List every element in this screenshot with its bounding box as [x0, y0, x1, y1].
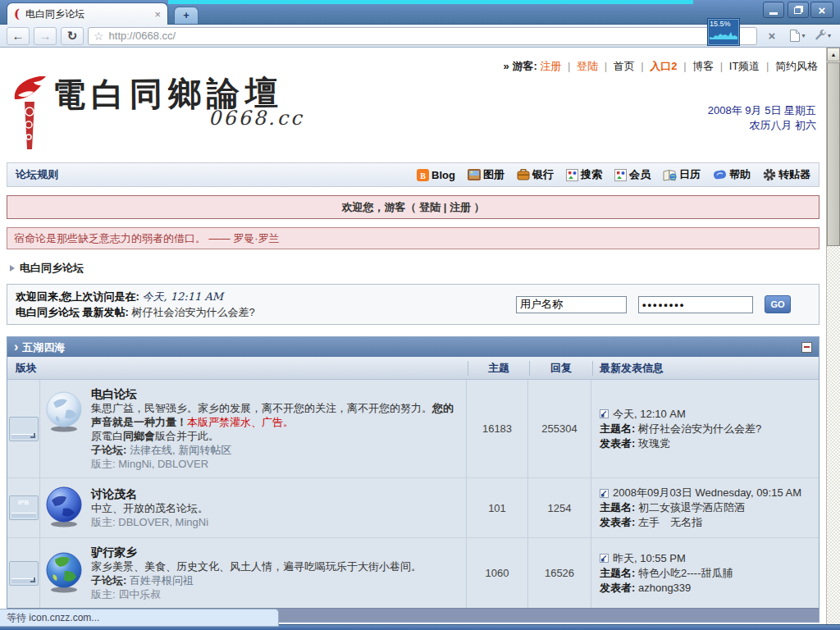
menu-label: 转贴器 — [778, 167, 810, 182]
password-input[interactable] — [638, 296, 753, 313]
login-link[interactable]: 登陆 — [577, 60, 598, 72]
poster-label: 发表者: — [600, 582, 635, 594]
home-link[interactable]: 首页 — [614, 60, 635, 72]
menu-label: 日历 — [679, 167, 701, 182]
blog-link[interactable]: 博客 — [692, 60, 714, 72]
category-title-link[interactable]: 五湖四海 — [22, 341, 65, 354]
replies-count: 1254 — [528, 478, 591, 537]
welcome-text: 欢迎您，游客（ — [341, 201, 419, 213]
back-button[interactable]: ← — [7, 27, 30, 45]
last-poster-link[interactable]: 玫瑰党 — [638, 437, 670, 450]
svg-text:B: B — [420, 171, 426, 180]
board-desc-warning: 本版严禁灌水、广告。 — [187, 416, 294, 428]
topics-count: 16183 — [467, 380, 528, 477]
chevron-down-icon: ▾ — [801, 32, 805, 39]
date-gregorian: 2008年 9月 5日 星期五 — [708, 103, 816, 118]
it-channel-link[interactable]: IT频道 — [729, 60, 760, 72]
menu-album[interactable]: 图册 — [468, 167, 504, 182]
entry2-link[interactable]: 入口2 — [650, 60, 677, 72]
close-window-button[interactable]: × — [810, 2, 833, 18]
last-poster-link[interactable]: azhong339 — [638, 582, 691, 594]
menu-search[interactable]: 搜索 — [566, 167, 602, 182]
globe-light-icon — [45, 390, 83, 433]
webpage: » 游客: 注册 | 登陆 | 首页 | 入口2 | 博客 | IT频道 | 简… — [0, 48, 826, 624]
username-input[interactable] — [516, 296, 627, 313]
date-block: 2008年 9月 5日 星期五 农历八月 初六 — [708, 103, 816, 133]
topic-label: 主题名: — [600, 422, 635, 435]
last-topic-link[interactable]: 特色小吃2----甜瓜脯 — [638, 567, 733, 579]
last-post-icon[interactable] — [600, 489, 609, 498]
board-title-link[interactable]: 讨论茂名 — [91, 487, 137, 500]
browser-tab[interactable]: ( 电白同乡论坛 × — [7, 2, 168, 25]
reload-button[interactable]: ↻ — [61, 27, 84, 45]
status-bubble: 等待 icon.cnzz.com... — [0, 609, 279, 627]
replies-count: 255304 — [528, 380, 591, 477]
minimize-button[interactable] — [763, 2, 784, 18]
ipb-badge: IPB — [10, 499, 38, 506]
menu-bank[interactable]: 银行 — [517, 167, 554, 182]
address-bar[interactable]: ☆ http://0668.cc/ — [88, 27, 757, 45]
help-book-icon — [713, 169, 727, 180]
menu-calendar[interactable]: 日历 — [663, 167, 701, 182]
page-menu-button[interactable]: ▾ — [787, 27, 808, 45]
board-title-link[interactable]: 电白论坛 — [91, 387, 137, 400]
moderator-links[interactable]: 四中乐叔 — [118, 588, 161, 600]
go-button[interactable]: GO — [765, 295, 791, 313]
stop-button[interactable]: × — [761, 27, 783, 45]
simple-style-link[interactable]: 简约风格 — [775, 60, 818, 72]
restore-button[interactable] — [788, 2, 809, 18]
favicon-torch-icon: ( — [14, 8, 20, 21]
board-title-link[interactable]: 驴行家乡 — [91, 546, 137, 559]
forum-rules-link[interactable]: 论坛规则 — [16, 167, 58, 182]
tab-close-icon[interactable]: × — [154, 9, 161, 20]
last-post-icon[interactable] — [600, 554, 609, 563]
table-row: IPB — [7, 477, 819, 537]
welcome-register-link[interactable]: 注册 — [450, 201, 471, 213]
site-logo[interactable]: 電白同鄉論壇 0668.cc — [7, 75, 304, 153]
chevron-down-icon: ▾ — [828, 32, 831, 39]
photo-album-icon — [468, 169, 481, 180]
last-poster-link[interactable]: 左手ゞ无名指 — [638, 516, 702, 528]
collapse-category-button[interactable] — [801, 342, 812, 353]
gear-icon — [763, 168, 776, 181]
stop-icon: × — [769, 29, 776, 43]
traffic-monitor-widget[interactable]: 15.5% — [707, 18, 740, 46]
url-text[interactable]: http://0668.cc/ — [109, 30, 176, 42]
separator: | — [605, 60, 607, 72]
topic-label: 主题名: — [600, 567, 635, 579]
subforum-links[interactable]: 百姓寻根问祖 — [130, 574, 194, 587]
moderator-label: 版主: — [91, 458, 116, 470]
board-cell: 驴行家乡 家乡美景、美食、历史文化、风土人情，遍寻吃喝玩乐于大街小巷间。 子论坛… — [40, 538, 467, 608]
subforum-links[interactable]: 法律在线, 新闻转帖区 — [130, 444, 231, 456]
vertical-scrollbar[interactable]: ▲ — [826, 48, 840, 624]
column-replies: 回复 — [529, 361, 592, 376]
last-topic-link[interactable]: 树仔社会治安为什么会差? — [638, 422, 761, 435]
moderator-links[interactable]: DBLOVER, MingNi — [118, 516, 208, 528]
scroll-up-button[interactable]: ▲ — [827, 48, 840, 62]
bookmark-star-icon[interactable]: ☆ — [94, 30, 104, 42]
welcome-login-link[interactable]: 登陆 — [419, 201, 441, 213]
menu-blog[interactable]: B Blog — [417, 169, 455, 181]
breadcrumb-forum-link[interactable]: 电白同乡论坛 — [20, 261, 84, 276]
forward-button[interactable]: → — [34, 27, 57, 45]
scrollbar-thumb[interactable] — [827, 62, 840, 246]
wrench-icon — [815, 30, 827, 42]
menu-label: 帮助 — [729, 167, 751, 182]
titlebar-highlight — [168, 0, 693, 4]
latest-post-link[interactable]: 树仔社会治安为什么会差? — [132, 306, 255, 318]
column-board: 版块 — [7, 361, 468, 376]
register-link[interactable]: 注册 — [540, 60, 561, 72]
new-tab-button[interactable]: + — [174, 7, 199, 24]
menu-repost[interactable]: 转贴器 — [763, 167, 810, 182]
poster-label: 发表者: — [600, 516, 635, 528]
wrench-menu-button[interactable]: ▾ — [812, 27, 833, 45]
last-topic-link[interactable]: 初二女孩退学酒店陪酒 — [638, 501, 745, 514]
last-post-icon[interactable] — [600, 409, 609, 418]
menu-label: 银行 — [532, 167, 554, 182]
menu-member[interactable]: 会员 — [614, 167, 651, 182]
board-status-cell: IPB — [7, 478, 40, 537]
menu-help[interactable]: 帮助 — [713, 167, 751, 182]
moderator-links[interactable]: MingNi, DBLOVER — [118, 458, 208, 470]
restore-icon — [794, 7, 801, 14]
menu-label: Blog — [431, 169, 455, 181]
